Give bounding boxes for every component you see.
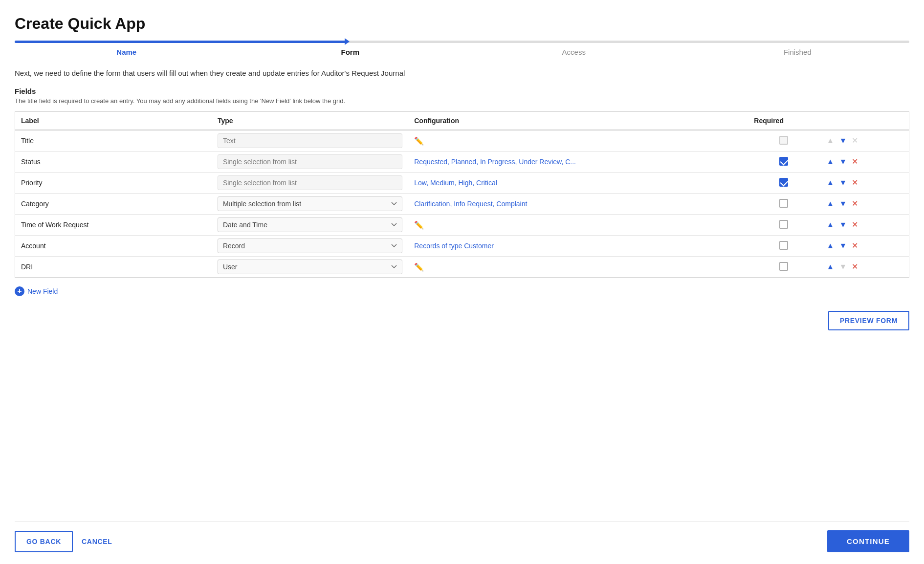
field-label: DRI [15,257,212,278]
continue-button[interactable]: CONTINUE [827,530,909,552]
config-link-account[interactable]: Records of type Customer [414,242,494,250]
fields-title: Fields [15,87,909,95]
progress-section: Name Form Access Finished [15,41,909,65]
col-header-label: Label [15,112,212,130]
delete-button[interactable]: ✕ [851,178,859,188]
move-down-button[interactable]: ▼ [838,241,848,251]
field-actions-cell: ▲ ▼ ✕ [820,236,909,257]
move-down-button: ▼ [838,262,848,272]
required-checkbox-title [779,136,788,145]
col-header-type: Type [212,112,408,130]
field-type-cell: Single selection from list [212,173,408,194]
required-checkbox-status[interactable] [779,157,788,166]
table-row: Category Multiple selection from list Cl… [15,194,909,215]
field-label: Time of Work Request [15,215,212,236]
preview-form-button[interactable]: PREVIEW FORM [828,311,909,330]
field-label: Account [15,236,212,257]
step-name: Name [15,48,239,56]
move-up-button[interactable]: ▲ [826,199,836,209]
bottom-bar: GO BACK CANCEL CONTINUE [15,521,909,564]
delete-button[interactable]: ✕ [851,199,859,209]
field-required-cell [748,236,819,257]
new-field-link[interactable]: + New Field [15,286,909,296]
move-up-button[interactable]: ▲ [826,157,836,167]
type-select-account[interactable]: Record [218,239,402,253]
col-header-required: Required [748,112,819,130]
move-up-button[interactable]: ▲ [826,241,836,251]
move-up-button[interactable]: ▲ [826,178,836,188]
field-required-cell [748,130,819,152]
delete-button[interactable]: ✕ [851,241,859,251]
move-down-button[interactable]: ▼ [838,178,848,188]
field-actions-cell: ▲ ▼ ✕ [820,194,909,215]
col-header-actions [820,112,909,130]
field-label: Status [15,152,212,173]
col-header-config: Configuration [408,112,748,130]
table-row: DRI User ✏️ ▲ ▼ ✕ [15,257,909,278]
table-row: Title Text ✏️ ▲ ▼ ✕ [15,130,909,152]
move-down-button[interactable]: ▼ [838,220,848,230]
progress-bar-track [15,41,909,43]
go-back-button[interactable]: GO BACK [15,531,73,552]
new-field-label: New Field [27,287,58,295]
field-config-cell: Low, Medium, High, Critical [408,173,748,194]
field-config-cell: ✏️ [408,215,748,236]
field-config-cell: ✏️ [408,257,748,278]
fields-subtitle: The title field is required to create an… [15,97,909,105]
config-link-priority[interactable]: Low, Medium, High, Critical [414,179,497,187]
type-select-time[interactable]: Date and Time [218,217,402,232]
field-type-cell: Multiple selection from list [212,194,408,215]
edit-icon[interactable]: ✏️ [414,221,424,229]
bottom-left-actions: GO BACK CANCEL [15,531,112,552]
field-required-cell [748,215,819,236]
table-row: Account Record Records of type Customer … [15,236,909,257]
move-down-button[interactable]: ▼ [838,157,848,167]
config-link-status[interactable]: Requested, Planned, In Progress, Under R… [414,158,576,166]
step-form: Form [239,48,462,56]
edit-icon[interactable]: ✏️ [414,137,424,145]
move-down-button[interactable]: ▼ [838,136,848,146]
delete-button[interactable]: ✕ [851,262,859,272]
field-type-cell: User [212,257,408,278]
required-checkbox-time[interactable] [779,220,788,229]
add-icon: + [15,286,24,296]
progress-steps: Name Form Access Finished [15,48,909,56]
progress-bar-fill [15,41,346,43]
field-config-cell: Records of type Customer [408,236,748,257]
fields-header: Fields The title field is required to cr… [15,87,909,111]
cancel-button[interactable]: CANCEL [82,531,112,552]
delete-button[interactable]: ✕ [851,220,859,230]
move-up-button[interactable]: ▲ [826,262,836,272]
field-config-cell: Requested, Planned, In Progress, Under R… [408,152,748,173]
field-required-cell [748,257,819,278]
required-checkbox-account[interactable] [779,241,788,250]
preview-form-area: PREVIEW FORM [15,311,909,330]
type-select-title[interactable]: Text [218,133,402,148]
move-down-button[interactable]: ▼ [838,199,848,209]
required-checkbox-priority[interactable] [779,178,788,187]
type-select-priority[interactable]: Single selection from list [218,175,402,190]
config-link-category[interactable]: Clarification, Info Request, Complaint [414,200,527,208]
field-required-cell [748,152,819,173]
table-row: Status Single selection from list Reques… [15,152,909,173]
field-actions-cell: ▲ ▼ ✕ [820,152,909,173]
type-select-status[interactable]: Single selection from list [218,154,402,169]
field-actions-cell: ▲ ▼ ✕ [820,215,909,236]
field-actions-cell: ▲ ▼ ✕ [820,257,909,278]
step-access: Access [462,48,686,56]
field-label: Title [15,130,212,152]
field-type-cell: Record [212,236,408,257]
delete-button[interactable]: ✕ [851,157,859,167]
type-select-dri[interactable]: User [218,260,402,274]
field-config-cell: ✏️ [408,130,748,152]
move-up-button[interactable]: ▲ [826,220,836,230]
step-finished: Finished [686,48,910,56]
field-actions-cell: ▲ ▼ ✕ [820,130,909,152]
edit-icon[interactable]: ✏️ [414,263,424,271]
required-checkbox-dri[interactable] [779,262,788,271]
table-row: Time of Work Request Date and Time ✏️ ▲ … [15,215,909,236]
move-up-button: ▲ [826,136,836,146]
required-checkbox-category[interactable] [779,199,788,208]
page-title: Create Quick App [15,15,909,33]
type-select-category[interactable]: Multiple selection from list [218,196,402,211]
